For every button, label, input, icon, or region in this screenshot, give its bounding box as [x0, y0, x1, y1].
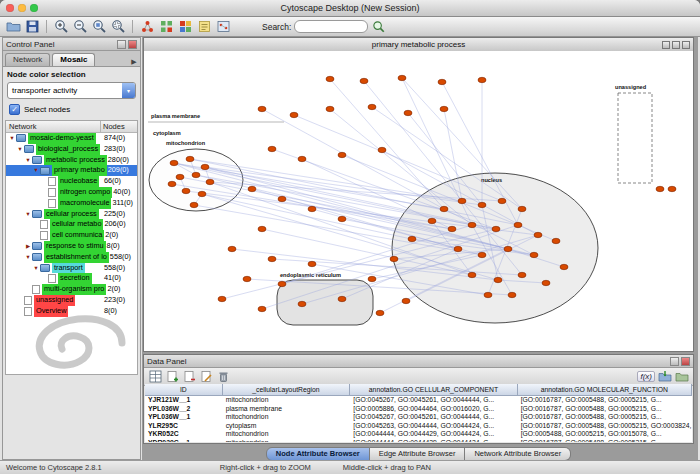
disclosure-triangle-icon[interactable]: ▼	[24, 209, 32, 220]
zoom-in-icon[interactable]	[53, 19, 69, 35]
tree-row[interactable]: ▼cellular process225(0)	[6, 209, 137, 220]
network-node[interactable]	[398, 75, 406, 80]
network-node[interactable]	[206, 179, 214, 184]
minimize-window-button[interactable]	[18, 4, 26, 12]
formula-builder-icon[interactable]: f(x)	[637, 371, 655, 382]
network-node[interactable]	[508, 292, 516, 297]
minimize-frame-icon[interactable]	[662, 41, 670, 49]
network-node[interactable]	[258, 226, 266, 231]
tree-row[interactable]: multi-organism pro2(0)	[6, 284, 137, 295]
network-node[interactable]	[478, 77, 486, 82]
network-node[interactable]	[248, 186, 256, 191]
network-node[interactable]	[198, 191, 206, 196]
network-node[interactable]	[168, 181, 176, 186]
birdseye-view-icon[interactable]	[215, 19, 231, 35]
network-node[interactable]	[268, 256, 276, 261]
network-node[interactable]	[552, 238, 560, 243]
network-node[interactable]	[278, 281, 286, 286]
tree-row[interactable]: ▼biological_process283(0)	[6, 144, 137, 155]
disclosure-triangle-icon[interactable]: ▼	[32, 165, 40, 176]
disclosure-triangle-icon[interactable]: ▼	[8, 133, 16, 144]
open-attributes-icon[interactable]	[675, 370, 689, 383]
float-panel-icon[interactable]	[117, 40, 126, 49]
network-node[interactable]	[308, 261, 316, 266]
create-attribute-icon[interactable]	[165, 370, 179, 383]
close-window-button[interactable]	[6, 4, 14, 12]
tree-row[interactable]: ▼primary metabo209(0)	[6, 165, 137, 176]
network-node[interactable]	[290, 112, 298, 117]
save-session-icon[interactable]	[24, 19, 40, 35]
tree-row[interactable]: nitrogen compo40(0)	[6, 187, 137, 198]
tree-row[interactable]: ▼mosaic-demo-yeast874(0)	[6, 133, 137, 144]
table-row[interactable]: YJR121W__1mitochondrion[GO:0045267, GO:0…	[145, 396, 692, 405]
network-node[interactable]	[518, 206, 526, 211]
column-header[interactable]: _cellularLayoutRegion	[223, 384, 351, 395]
network-node[interactable]	[218, 296, 226, 301]
close-data-panel-icon[interactable]	[681, 357, 690, 366]
network-node[interactable]	[298, 301, 306, 306]
close-panel-icon[interactable]	[128, 40, 137, 49]
tab-node-attribute-browser[interactable]: Node Attribute Browser	[266, 447, 370, 461]
float-data-panel-icon[interactable]	[670, 357, 679, 366]
network-node[interactable]	[484, 292, 492, 297]
color-attribute-select[interactable]: transporter activity	[7, 82, 136, 99]
network-overview-icon[interactable]	[139, 19, 155, 35]
zoom-fit-icon[interactable]	[110, 19, 126, 35]
tree-row[interactable]: cell communica2(0)	[6, 230, 137, 241]
search-go-icon[interactable]	[371, 19, 387, 35]
delete-attribute-icon[interactable]	[182, 370, 196, 383]
zoom-window-button[interactable]	[30, 4, 38, 12]
table-row[interactable]: YPL036W__1mitochondrion[GO:0045267, GO:0…	[145, 413, 692, 422]
column-header[interactable]: annotation.GO CELLULAR_COMPONENT	[350, 384, 517, 395]
network-node[interactable]	[368, 276, 376, 281]
grid-layout-icon[interactable]	[158, 19, 174, 35]
disclosure-triangle-icon[interactable]: ▼	[32, 263, 40, 274]
network-node[interactable]	[326, 76, 334, 81]
network-node[interactable]	[468, 222, 476, 227]
select-attributes-icon[interactable]	[148, 370, 162, 383]
window-titlebar[interactable]: Cytoscape Desktop (New Session)	[0, 0, 700, 17]
network-window-titlebar[interactable]: primary metabolic process	[144, 38, 693, 52]
network-node[interactable]	[176, 174, 184, 179]
network-node[interactable]	[440, 206, 448, 211]
tab-edge-attribute-browser[interactable]: Edge Attribute Browser	[370, 447, 466, 461]
network-node[interactable]	[228, 246, 236, 251]
network-node[interactable]	[668, 186, 676, 191]
network-node[interactable]	[243, 276, 251, 281]
network-node[interactable]	[448, 226, 456, 231]
network-node[interactable]	[368, 104, 376, 109]
network-node[interactable]	[308, 206, 316, 211]
tree-row[interactable]: secretion41(0)	[6, 273, 137, 284]
tree-row[interactable]: ▼transport558(0)	[6, 263, 137, 274]
tree-row[interactable]: cellular metabo206(0)	[6, 219, 137, 230]
tab-network[interactable]: Network	[5, 53, 50, 66]
network-node[interactable]	[376, 310, 384, 315]
network-node[interactable]	[530, 252, 538, 257]
network-node[interactable]	[182, 188, 190, 193]
tree-row[interactable]: ▼establishment of lo558(0)	[6, 252, 137, 263]
tab-mosaic[interactable]: Mosaic	[52, 53, 95, 66]
network-node[interactable]	[268, 146, 276, 151]
network-node[interactable]	[534, 232, 542, 237]
network-node[interactable]	[278, 196, 286, 201]
network-node[interactable]	[468, 272, 476, 277]
open-session-icon[interactable]	[5, 19, 21, 35]
tree-row[interactable]: macromolecule311(0)	[6, 198, 137, 209]
network-node[interactable]	[504, 246, 512, 251]
annotation-icon[interactable]	[196, 19, 212, 35]
network-node[interactable]	[492, 226, 500, 231]
tree-row[interactable]: unassigned223(0)	[6, 295, 137, 306]
network-node[interactable]	[258, 306, 266, 311]
import-attributes-icon[interactable]	[658, 370, 672, 383]
network-node[interactable]	[404, 110, 412, 115]
vizmapper-icon[interactable]	[177, 19, 193, 35]
network-node[interactable]	[170, 160, 178, 165]
rename-attribute-icon[interactable]	[199, 370, 213, 383]
network-node[interactable]	[338, 152, 346, 157]
tree-row[interactable]: ▶response to stimu8(0)	[6, 241, 137, 252]
network-node[interactable]	[192, 172, 200, 177]
disclosure-triangle-icon[interactable]: ▶	[24, 241, 32, 252]
close-frame-icon[interactable]	[682, 41, 690, 49]
tree-row[interactable]: nucleobase66(0)	[6, 176, 137, 187]
network-node[interactable]	[408, 236, 416, 241]
